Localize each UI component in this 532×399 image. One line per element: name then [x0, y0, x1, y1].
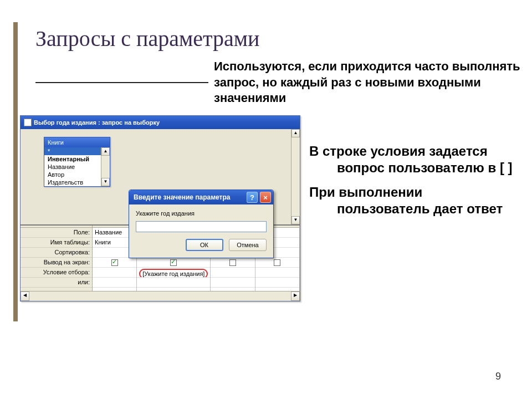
field-item-star[interactable]: *	[44, 147, 101, 155]
cell-or[interactable]	[137, 278, 210, 288]
label-criteria: Условие отбора:	[21, 268, 92, 278]
checkbox-icon[interactable]	[229, 259, 236, 266]
label-field: Поле:	[21, 228, 92, 238]
slide-title: Запросы с параметрами	[35, 25, 259, 52]
cancel-button[interactable]: Отмена	[229, 239, 267, 251]
ok-button[interactable]: ОК	[186, 239, 223, 251]
cell-criteria[interactable]	[211, 268, 254, 278]
field-item-pub[interactable]: Издательств	[44, 178, 101, 186]
cell-show[interactable]	[93, 258, 136, 268]
close-button[interactable]: ×	[260, 192, 271, 203]
slide-subtitle: Используются, если приходится часто выпо…	[214, 59, 524, 106]
dialog-title: Введите значение параметра	[134, 193, 231, 201]
parameter-dialog: Введите значение параметра ? × Укажите г…	[129, 190, 274, 258]
window-title: Выбор года издания : запрос на выборку	[34, 119, 160, 126]
label-or: или:	[21, 278, 92, 288]
help-button[interactable]: ?	[247, 192, 258, 203]
dialog-body: Укажите год издания ОК Отмена	[129, 204, 273, 258]
cell-or[interactable]	[93, 278, 136, 288]
label-table: Имя таблицы:	[21, 238, 92, 248]
scroll-up-icon[interactable]: ▲	[291, 129, 300, 137]
field-item-name[interactable]: Название	[44, 163, 101, 171]
scroll-right-icon[interactable]: ▶	[291, 291, 300, 301]
scroll-down-icon[interactable]: ▼	[291, 216, 300, 224]
scroll-up-icon[interactable]: ▲	[101, 147, 110, 156]
label-show: Вывод на экран:	[21, 258, 92, 268]
parameter-input[interactable]	[136, 221, 267, 232]
dialog-prompt: Укажите год издания	[136, 210, 267, 217]
scroll-left-icon[interactable]: ◀	[21, 291, 29, 301]
field-list-title: Книги	[44, 137, 110, 147]
cell-show[interactable]	[211, 258, 254, 268]
page-number: 9	[495, 371, 501, 382]
dialog-titlebar[interactable]: Введите значение параметра ? ×	[129, 190, 273, 204]
field-list-scrollbar[interactable]: ▲ ▼	[101, 147, 110, 186]
body-paragraph-1: В строке условия задается вопрос пользов…	[309, 143, 514, 176]
horizontal-rule	[35, 82, 208, 83]
dialog-buttons: ОК Отмена	[136, 239, 267, 251]
accent-bar	[13, 22, 18, 321]
scroll-down-icon[interactable]: ▼	[101, 178, 110, 186]
checkbox-icon[interactable]	[111, 259, 118, 266]
label-sort: Сортировка:	[21, 248, 92, 258]
horizontal-scrollbar[interactable]: ◀ ▶	[21, 291, 300, 301]
window-icon	[24, 119, 32, 126]
scrollbar-track[interactable]	[29, 291, 291, 301]
query-grid-labels: Поле: Имя таблицы: Сортировка: Вывод на …	[21, 226, 93, 291]
upper-pane-scrollbar[interactable]: ▲ ▼	[291, 129, 300, 224]
cell-criteria[interactable]: [Укажите год издания]	[137, 268, 210, 278]
body-text: В строке условия задается вопрос пользов…	[309, 143, 514, 225]
checkbox-icon[interactable]	[170, 259, 177, 266]
field-item-inv[interactable]: Инвентарный	[44, 155, 101, 163]
field-item-author[interactable]: Автор	[44, 171, 101, 178]
cell-or[interactable]	[211, 278, 254, 288]
cell-criteria[interactable]	[93, 268, 136, 278]
cell-show[interactable]	[137, 258, 210, 268]
window-titlebar[interactable]: Выбор года издания : запрос на выборку	[21, 116, 300, 129]
field-items: * Инвентарный Название Автор Издательств	[44, 147, 101, 186]
criteria-highlight: [Укажите год издания]	[139, 269, 208, 278]
field-list[interactable]: Книги * Инвентарный Название Автор Издат…	[44, 137, 110, 187]
checkbox-icon[interactable]	[274, 259, 280, 266]
body-paragraph-2: При выполнении пользователь дает ответ	[309, 184, 514, 217]
